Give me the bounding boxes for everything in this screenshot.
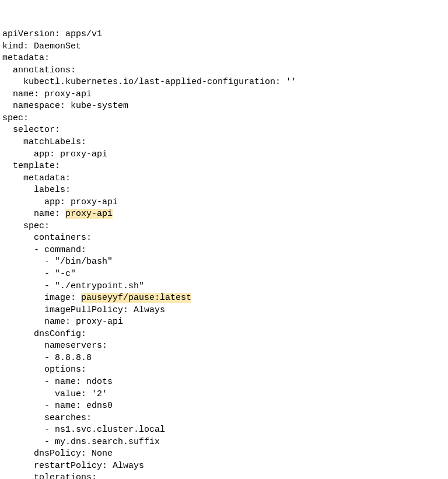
yaml-line: dnsPolicy: None <box>2 448 446 460</box>
yaml-code-block: apiVersion: apps/v1kind: DaemonSetmetada… <box>2 29 446 479</box>
highlight-image-value: pauseyyf/pause:latest <box>81 293 191 303</box>
yaml-line: matchLabels: <box>2 137 446 149</box>
yaml-line: kind: DaemonSet <box>2 41 446 53</box>
yaml-line: selector: <box>2 124 446 137</box>
yaml-line: - name: ndots <box>2 376 446 389</box>
yaml-line: metadata: <box>2 53 446 65</box>
yaml-line: namespace: kube-system <box>2 100 446 113</box>
yaml-line: - "./entrypoint.sh" <box>2 281 446 293</box>
yaml-line: tolerations: <box>2 472 446 479</box>
yaml-line: name: proxy-api <box>2 316 446 328</box>
yaml-text: image: <box>2 293 81 303</box>
yaml-line: metadata: <box>2 173 446 185</box>
yaml-line: spec: <box>2 113 446 125</box>
yaml-line: annotations: <box>2 65 446 77</box>
highlight-proxy-api-name: proxy-api <box>65 209 113 219</box>
yaml-line: app: proxy-api <box>2 197 446 209</box>
yaml-line: labels: <box>2 184 446 197</box>
yaml-line: - "/bin/bash" <box>2 256 446 268</box>
yaml-line: options: <box>2 364 446 376</box>
yaml-line: apiVersion: apps/v1 <box>2 29 446 41</box>
yaml-line: name: proxy-api <box>2 89 446 101</box>
yaml-line: image: pauseyyf/pause:latest <box>2 292 446 305</box>
yaml-line: value: '2' <box>2 389 446 401</box>
yaml-line: dnsConfig: <box>2 328 446 341</box>
yaml-line: app: proxy-api <box>2 149 446 161</box>
yaml-line: - ns1.svc.cluster.local <box>2 424 446 436</box>
yaml-line: - name: edns0 <box>2 400 446 412</box>
yaml-line: spec: <box>2 221 446 233</box>
yaml-line: - "-c" <box>2 268 446 281</box>
yaml-line: - my.dns.search.suffix <box>2 436 446 449</box>
yaml-line: template: <box>2 160 446 173</box>
yaml-line: nameservers: <box>2 340 446 352</box>
yaml-line: restartPolicy: Always <box>2 460 446 473</box>
yaml-line: imagePullPolicy: Always <box>2 305 446 317</box>
yaml-line: searches: <box>2 412 446 425</box>
yaml-line: - command: <box>2 244 446 257</box>
yaml-text: name: <box>2 209 65 219</box>
yaml-line: - 8.8.8.8 <box>2 352 446 365</box>
yaml-line: containers: <box>2 232 446 244</box>
yaml-line: name: proxy-api <box>2 208 446 221</box>
yaml-line: kubectl.kubernetes.io/last-applied-confi… <box>2 76 446 89</box>
